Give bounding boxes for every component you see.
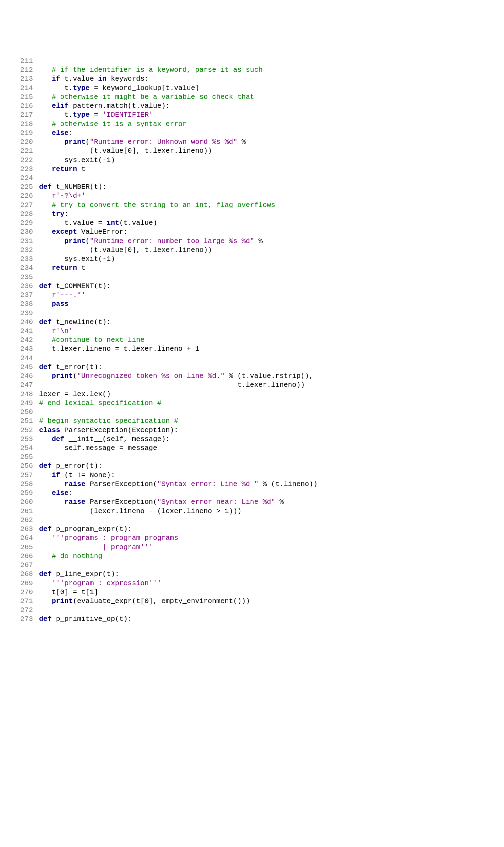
code-line: 220 print("Runtime error: Unknown word %…: [14, 138, 490, 147]
code-token: type: [73, 84, 89, 92]
code-token: [39, 471, 52, 479]
code-token: %: [237, 138, 246, 146]
code-listing: 211212 # if the identifier is a keyword,…: [0, 36, 504, 638]
line-number: 259: [14, 489, 39, 498]
code-token: [39, 489, 52, 497]
code-token: [39, 498, 64, 506]
code-token: def: [39, 570, 52, 578]
line-number: 226: [14, 192, 39, 200]
code-line: 252class ParserException(Exception):: [14, 426, 490, 435]
code-token: # try to convert the string to an int, f…: [52, 201, 275, 209]
code-token: sys.exit(-1): [39, 255, 115, 263]
line-number: 229: [14, 219, 39, 228]
code-token: r'-?\d+': [52, 192, 85, 200]
line-number: 270: [14, 588, 39, 597]
code-line: 217 t.type = 'IDENTIFIER': [14, 111, 490, 119]
code-token: else: [52, 129, 69, 137]
code-line: 256def p_error(t):: [14, 462, 490, 471]
code-token: %: [275, 498, 284, 506]
code-token: | program''': [52, 543, 153, 551]
code-token: p_error(t):: [52, 462, 103, 470]
code-token: t_COMMENT(t):: [52, 282, 111, 290]
code-line: 265 | program''': [14, 543, 490, 552]
code-line: 245def t_error(t):: [14, 363, 490, 372]
code-token: (: [85, 138, 89, 146]
line-number: 241: [14, 327, 39, 336]
code-token: [39, 327, 52, 335]
code-line: 258 raise ParserException("Syntax error:…: [14, 480, 490, 489]
code-token: return: [52, 264, 77, 272]
line-number: 264: [14, 534, 39, 543]
code-token: def: [39, 363, 52, 371]
code-line: 225def t_NUMBER(t):: [14, 183, 490, 192]
code-line: 214 t.type = keyword_lookup[t.value]: [14, 84, 490, 93]
code-token: [39, 192, 52, 200]
code-token: __init__(self, message):: [64, 435, 170, 443]
line-number: 266: [14, 552, 39, 561]
code-token: = keyword_lookup[t.value]: [90, 84, 200, 92]
code-token: p_program_expr(t):: [52, 525, 132, 533]
code-line: 230 except ValueError:: [14, 228, 490, 236]
code-token: print: [64, 237, 86, 245]
code-token: print: [52, 372, 73, 380]
line-number: 268: [14, 570, 39, 579]
code-token: [39, 264, 52, 272]
code-token: elif: [52, 102, 69, 110]
line-number: 253: [14, 435, 39, 444]
code-token: print: [64, 138, 86, 146]
code-line: 266 # do nothing: [14, 552, 490, 561]
code-token: [39, 579, 52, 587]
code-token: # otherwise it might be a variable so ch…: [52, 93, 254, 101]
code-token: (: [85, 237, 89, 245]
code-token: def: [39, 318, 52, 326]
line-number: 242: [14, 336, 39, 345]
code-token: (t.value[0], t.lexer.lineno)): [39, 246, 212, 254]
code-token: # end lexical specification #: [39, 399, 161, 407]
line-number: 272: [14, 606, 39, 615]
code-token: [39, 93, 52, 101]
line-number: 271: [14, 597, 39, 606]
code-token: def: [39, 615, 52, 623]
code-token: "Runtime error: number too large %s %d": [90, 237, 254, 245]
code-token: self.message = message: [39, 444, 157, 452]
code-token: try: [52, 210, 64, 218]
code-line: 270 t[0] = t[1]: [14, 588, 490, 597]
line-number: 234: [14, 264, 39, 272]
line-number: 243: [14, 345, 39, 353]
code-line: 222 sys.exit(-1): [14, 156, 490, 165]
code-token: type: [73, 111, 89, 119]
code-line: 244: [14, 354, 490, 363]
line-number: 255: [14, 453, 39, 462]
line-number: 260: [14, 498, 39, 507]
code-token: [39, 75, 52, 83]
code-token: # otherwise it is a syntax error: [52, 120, 187, 128]
line-number: 245: [14, 363, 39, 372]
code-line: 246 print("Unrecognized token %s on line…: [14, 372, 490, 381]
code-line: 262: [14, 516, 490, 525]
code-line: 250: [14, 408, 490, 417]
code-token: (t.value[0], t.lexer.lineno)): [39, 147, 212, 155]
line-number: 269: [14, 579, 39, 588]
code-line: 216 elif pattern.match(t.value):: [14, 102, 490, 111]
code-token: (lexer.lineno - (lexer.lineno > 1))): [39, 507, 242, 515]
code-token: t.: [39, 111, 73, 119]
code-token: [39, 165, 52, 173]
code-token: =: [90, 111, 103, 119]
code-line: 263def p_program_expr(t):: [14, 525, 490, 534]
code-token: t: [77, 165, 86, 173]
code-token: lexer = lex.lex(): [39, 390, 111, 398]
code-token: ValueError:: [77, 228, 128, 236]
code-line: 224: [14, 174, 490, 183]
line-number: 222: [14, 156, 39, 165]
line-number: 246: [14, 372, 39, 381]
code-line: 231 print("Runtime error: number too lar…: [14, 237, 490, 246]
line-number: 240: [14, 318, 39, 327]
code-token: % (t.value.rstrip(),: [225, 372, 313, 380]
line-number: 237: [14, 291, 39, 300]
code-line: 269 '''program : expression''': [14, 579, 490, 588]
line-number: 238: [14, 300, 39, 309]
line-number: 215: [14, 93, 39, 102]
code-token: "Syntax error near: Line %d": [157, 498, 275, 506]
code-token: [39, 480, 64, 488]
line-number: 267: [14, 561, 39, 570]
